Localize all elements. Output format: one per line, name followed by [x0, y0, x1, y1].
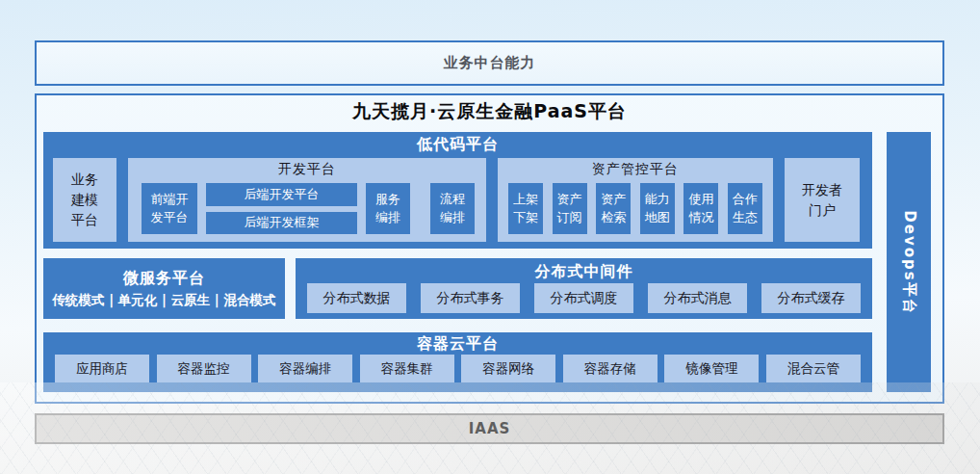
distributed-message-box: 分布式消息: [648, 283, 747, 313]
business-midplatform-box: 业务中台能力: [35, 40, 944, 86]
business-midplatform-label: 业务中台能力: [444, 54, 536, 72]
architecture-diagram: 业务中台能力 九天揽月·云原生金融PaaS平台 低代码平台 业务建模平台 开发平…: [0, 0, 980, 474]
dev-platform-title: 开发平台: [128, 161, 486, 178]
lowcode-platform-title: 低代码平台: [43, 135, 872, 155]
lowcode-content-row: 业务建模平台 开发平台 前端开发平台 后端开发平台 后端开发框架 服务编排 流程…: [43, 158, 872, 242]
cooperation-eco-box: 合作生态: [728, 183, 762, 234]
microservice-platform-section: 微服务平台 传统模式 | 单元化 | 云原生 | 混合模式: [43, 258, 285, 319]
app-store-box: 应用商店: [55, 355, 149, 382]
developer-portal-box: 开发者门户: [785, 158, 860, 242]
asset-subscribe-box: 资产订阅: [553, 183, 587, 234]
asset-control-panel: 资产管控平台 上架下架 资产订阅 资产检索 能力地图 使用情况 合作生态: [498, 158, 773, 242]
process-orchestration-box: 流程编排: [430, 183, 475, 234]
devops-platform-bar: Devops平台: [887, 132, 931, 392]
asset-onoff-box: 上架下架: [508, 183, 543, 234]
paas-platform-box: 九天揽月·云原生金融PaaS平台 低代码平台 业务建模平台 开发平台 前端开发平…: [35, 93, 944, 404]
container-monitor-box: 容器监控: [157, 355, 251, 382]
frontend-dev-box: 前端开发平台: [142, 183, 197, 234]
iaas-label: IAAS: [469, 420, 511, 437]
backend-platform-box: 后端开发平台: [206, 183, 357, 206]
lowcode-platform-section: 低代码平台 业务建模平台 开发平台 前端开发平台 后端开发平台 后端开发框架 服…: [43, 132, 872, 249]
devops-platform-label: Devops平台: [900, 210, 918, 314]
distributed-cache-box: 分布式缓存: [761, 283, 861, 313]
middleware-section: 分布式中间件 分布式数据 分布式事务 分布式调度 分布式消息 分布式缓存: [296, 258, 872, 319]
backend-stack: 后端开发平台 后端开发框架: [206, 183, 357, 234]
middleware-title: 分布式中间件: [296, 262, 872, 282]
microservice-platform-title: 微服务平台: [43, 269, 285, 289]
container-orchestration-box: 容器编排: [258, 355, 352, 382]
middleware-row: 分布式数据 分布式事务 分布式调度 分布式消息 分布式缓存: [296, 283, 872, 313]
distributed-transaction-box: 分布式事务: [421, 283, 520, 313]
asset-search-box: 资产检索: [596, 183, 631, 234]
container-cloud-row: 应用商店 容器监控 容器编排 容器集群 容器网络 容器存储 镜像管理 混合云管: [43, 355, 872, 382]
distributed-data-box: 分布式数据: [307, 283, 406, 313]
capability-map-box: 能力地图: [640, 183, 675, 234]
container-cloud-section: 容器云平台 应用商店 容器监控 容器编排 容器集群 容器网络 容器存储 镜像管理…: [43, 332, 872, 392]
service-orchestration-box: 服务编排: [366, 183, 410, 234]
microservice-modes-label: 传统模式 | 单元化 | 云原生 | 混合模式: [53, 292, 276, 309]
iaas-bar: IAAS: [35, 413, 944, 444]
usage-status-box: 使用情况: [683, 183, 718, 234]
backend-framework-box: 后端开发框架: [206, 212, 357, 235]
image-management-box: 镜像管理: [664, 355, 759, 382]
container-cloud-title: 容器云平台: [43, 334, 872, 355]
distributed-scheduling-box: 分布式调度: [534, 283, 633, 313]
container-storage-box: 容器存储: [563, 355, 658, 382]
dev-platform-panel: 开发平台 前端开发平台 后端开发平台 后端开发框架 服务编排 流程编排: [128, 158, 486, 242]
container-cluster-box: 容器集群: [360, 355, 454, 382]
asset-control-title: 资产管控平台: [498, 161, 773, 178]
paas-platform-title: 九天揽月·云原生金融PaaS平台: [37, 99, 942, 124]
asset-control-row: 上架下架 资产订阅 资产检索 能力地图 使用情况 合作生态: [498, 183, 773, 234]
container-network-box: 容器网络: [461, 355, 555, 382]
hybrid-cloud-box: 混合云管: [766, 355, 861, 382]
dev-platform-row: 前端开发平台 后端开发平台 后端开发框架 服务编排 流程编排: [128, 183, 486, 234]
business-modeling-box: 业务建模平台: [53, 158, 116, 242]
